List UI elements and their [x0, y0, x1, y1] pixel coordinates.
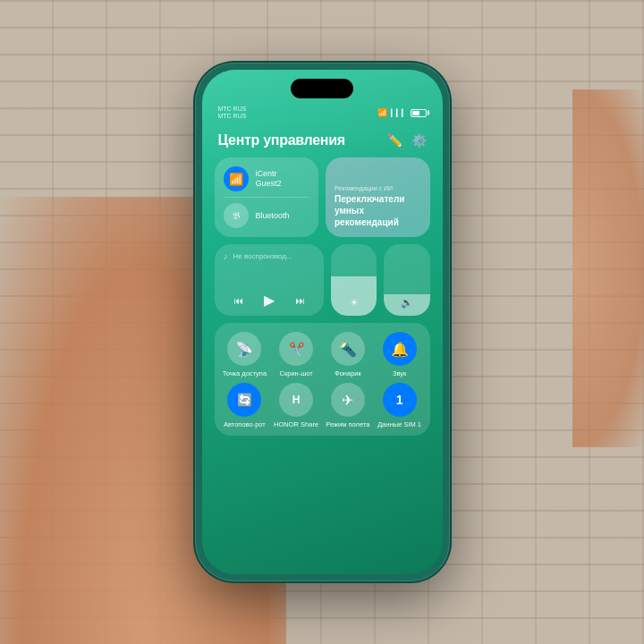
honor-share-icon: H: [292, 394, 301, 406]
next-track-button[interactable]: ⏭: [295, 295, 305, 306]
row-connectivity-ai: 📶 iCentr Guest2 𝔅 Bluetooth: [215, 157, 430, 237]
edit-icon[interactable]: ✏️: [387, 133, 402, 148]
airplane-label: Режим полета: [326, 420, 369, 428]
wifi-network-name: iCentr: [256, 169, 282, 179]
sound-label: Звук: [393, 369, 406, 377]
carrier-info: МТС RUS МТС RUS: [218, 106, 247, 121]
connectivity-tile[interactable]: 📶 iCentr Guest2 𝔅 Bluetooth: [215, 157, 319, 237]
sound-icon: 🔔: [391, 341, 409, 358]
wifi-sub-name: Guest2: [256, 179, 282, 189]
media-track-title: Не воспроизвод...: [233, 252, 292, 260]
honor-share-action[interactable]: H HONOR Share: [273, 383, 319, 428]
rotation-action[interactable]: 🔄 Автопово-рот: [222, 383, 268, 428]
bluetooth-icon: 𝔅: [233, 210, 240, 222]
status-icons: 📶 ▎▎▎: [377, 108, 427, 117]
quick-actions-panel: 📡 Точка доступа ✂️ Скрин-шот 🔦: [215, 323, 430, 436]
flashlight-icon-circle: 🔦: [331, 332, 365, 366]
flashlight-icon: 🔦: [339, 341, 357, 358]
row-media-sliders: ♪ Не воспроизвод... ⏮ ▶ ⏭ ☀: [215, 244, 430, 316]
rotation-icon: 🔄: [237, 393, 252, 407]
status-bar: МТС RUS МТС RUS 📶 ▎▎▎: [202, 104, 443, 122]
phone-shell: МТС RUS МТС RUS 📶 ▎▎▎ Центр управления ✏…: [195, 63, 450, 581]
prev-track-button[interactable]: ⏮: [233, 295, 243, 306]
wifi-item[interactable]: 📶 iCentr Guest2: [224, 166, 310, 191]
screenshot-action[interactable]: ✂️ Скрин-шот: [273, 332, 319, 377]
wifi-icon-circle: 📶: [224, 166, 249, 191]
volume-slider-tile[interactable]: 🔈: [384, 244, 429, 316]
hotspot-icon-circle: 📡: [227, 332, 261, 366]
hand-right: [572, 89, 644, 447]
bluetooth-label: Bluetooth: [256, 211, 290, 221]
header-action-icons: ✏️ ⚙️: [387, 133, 427, 148]
divider: [224, 197, 310, 198]
sim-icon-circle: 1: [383, 383, 417, 417]
brightness-icon: ☀: [350, 297, 359, 309]
dynamic-island: [291, 79, 353, 98]
music-note-icon: ♪: [224, 251, 228, 261]
wifi-icon: 📶: [229, 173, 243, 186]
hotspot-action[interactable]: 📡 Точка доступа: [222, 332, 268, 377]
screenshot-icon-circle: ✂️: [279, 332, 313, 366]
settings-icon[interactable]: ⚙️: [411, 133, 427, 148]
hotspot-icon: 📡: [235, 341, 253, 358]
control-center-title: Центр управления: [218, 132, 345, 148]
volume-slider-track: 🔈: [384, 244, 429, 316]
media-player-tile[interactable]: ♪ Не воспроизвод... ⏮ ▶ ⏭: [215, 244, 325, 316]
screenshot-label: Скрин-шот: [280, 369, 313, 377]
carrier-1: МТС RUS: [218, 106, 247, 113]
sim-data-label: Данные SIM 1: [377, 420, 421, 428]
volume-icon: 🔈: [401, 297, 413, 309]
control-center-panel: Центр управления ✏️ ⚙️ 📶 iCentr: [202, 123, 443, 574]
honor-share-label: HONOR Share: [274, 420, 318, 428]
rotation-label: Автопово-рот: [224, 420, 266, 428]
brightness-fill: [331, 276, 377, 316]
brightness-slider-track: ☀: [331, 244, 377, 316]
phone-screen: МТС RUS МТС RUS 📶 ▎▎▎ Центр управления ✏…: [202, 70, 443, 574]
bluetooth-icon-circle: 𝔅: [224, 203, 249, 228]
play-pause-button[interactable]: ▶: [264, 292, 275, 309]
media-controls: ⏮ ▶ ⏭: [224, 292, 316, 309]
flashlight-action[interactable]: 🔦 Фонарик: [325, 332, 371, 377]
signal-icon: ▎▎▎: [391, 109, 407, 117]
wifi-status-icon: 📶: [377, 108, 387, 117]
media-info: ♪ Не воспроизвод...: [224, 251, 316, 261]
sound-action[interactable]: 🔔 Звук: [377, 332, 423, 377]
rotation-icon-circle: 🔄: [227, 383, 261, 417]
sim-icon: 1: [396, 393, 403, 407]
sim-data-action[interactable]: 1 Данные SIM 1: [377, 383, 423, 428]
ai-recommendation-tile[interactable]: Рекомендации с ИИ Переключатели умных ре…: [326, 157, 430, 237]
ai-subtitle: Рекомендации с ИИ: [335, 185, 421, 191]
bluetooth-item[interactable]: 𝔅 Bluetooth: [224, 203, 310, 228]
battery-icon: [411, 109, 427, 117]
battery-fill: [412, 111, 419, 115]
quick-actions-grid: 📡 Точка доступа ✂️ Скрин-шот 🔦: [222, 332, 423, 428]
airplane-icon-circle: ✈: [331, 383, 365, 417]
hotspot-label: Точка доступа: [223, 369, 267, 377]
wifi-label-group: iCentr Guest2: [256, 169, 282, 189]
screenshot-icon: ✂️: [289, 342, 304, 356]
airplane-icon: ✈: [342, 392, 353, 409]
airplane-action[interactable]: ✈ Режим полета: [325, 383, 371, 428]
honor-share-icon-circle: H: [279, 383, 313, 417]
flashlight-label: Фонарик: [335, 369, 361, 377]
ai-title: Переключатели умных рекомендаций: [335, 193, 421, 228]
carrier-2: МТС RUS: [218, 113, 247, 120]
sound-icon-circle: 🔔: [383, 332, 417, 366]
control-center-header: Центр управления ✏️ ⚙️: [215, 131, 430, 150]
brightness-slider-tile[interactable]: ☀: [331, 244, 377, 316]
ai-tile-content: Рекомендации с ИИ Переключатели умных ре…: [335, 185, 421, 228]
